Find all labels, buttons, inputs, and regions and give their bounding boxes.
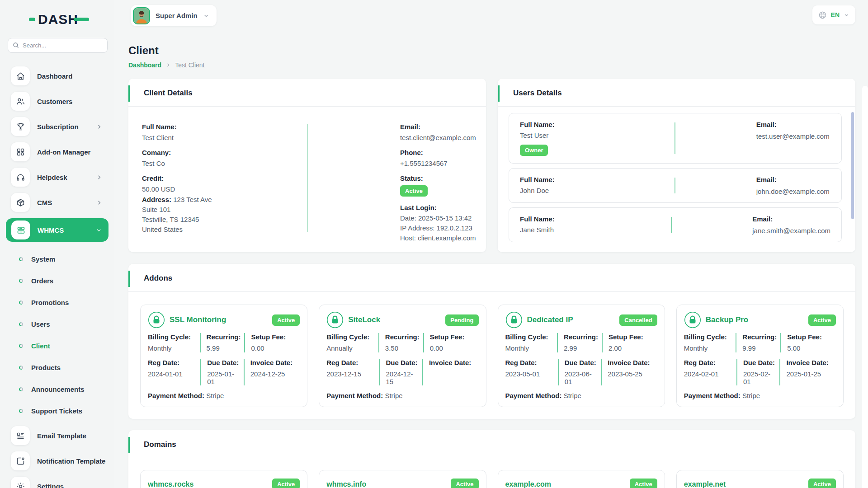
field-label: Due Date: xyxy=(743,359,776,366)
sidebar-item-products[interactable]: Products xyxy=(0,357,114,378)
payment-method: Payment Method: Stripe xyxy=(148,392,300,399)
lock-icon xyxy=(684,311,701,328)
lock-icon xyxy=(148,311,165,328)
page-scrollbar[interactable] xyxy=(862,86,868,488)
addon-name[interactable]: Backup Pro xyxy=(706,315,804,324)
sidebar-search xyxy=(8,38,108,53)
field-label: Payment Method: xyxy=(505,392,562,399)
addon-name[interactable]: SSL Monitoring xyxy=(170,315,268,324)
main-content: Client Dashboard Test Client Client Deta… xyxy=(128,0,855,488)
users-list: Full Name: Test User Owner Email: test.u… xyxy=(498,107,855,249)
sidebar-item-email-template[interactable]: Email Template xyxy=(5,426,114,445)
sidebar: DASH Dashboard Customers Subscription Ad… xyxy=(0,0,114,488)
domain-card-whmcs-info: whmcs.info Active xyxy=(319,470,486,488)
status-badge: Cancelled xyxy=(619,314,657,326)
sidebar-item-system[interactable]: System xyxy=(0,248,114,270)
sidebar-item-dashboard[interactable]: Dashboard xyxy=(5,66,114,85)
field-value: Monthly xyxy=(684,344,732,352)
email-template-icon xyxy=(11,426,30,445)
field-label: Payment Method: xyxy=(684,392,741,399)
domains-card: Domains whmcs.rocks Active whmcs.info Ac… xyxy=(128,430,855,488)
whmcs-icon xyxy=(11,221,30,239)
field-value: 2024-12-15 xyxy=(386,370,418,385)
addon-name[interactable]: SiteLock xyxy=(348,315,441,324)
user-row: Full Name: Jane Smith Email: jane.smith@… xyxy=(509,207,842,242)
bullet-icon xyxy=(19,278,24,283)
field-value: 2.99 xyxy=(564,344,598,352)
field-label: Full Name: xyxy=(142,123,307,131)
field-value: 2025-02-01 xyxy=(743,370,776,385)
sidebar-item-subscription[interactable]: Subscription xyxy=(5,117,114,136)
sidebar-item-settings[interactable]: Settings xyxy=(5,477,114,488)
search-input[interactable] xyxy=(8,38,108,53)
sidebar-item-announcements[interactable]: Announcements xyxy=(0,378,114,400)
bullet-icon xyxy=(19,343,24,348)
sidebar-item-orders[interactable]: Orders xyxy=(0,270,114,291)
sidebar-item-label: CMS xyxy=(37,199,52,206)
status-badge: Pending xyxy=(445,314,478,326)
field-label: Payment Method: xyxy=(326,392,383,399)
field-value: John Doe xyxy=(520,187,675,194)
search-icon xyxy=(12,42,19,49)
field-label: Payment Method: xyxy=(148,392,204,399)
breadcrumb-separator-icon xyxy=(165,62,171,68)
sidebar-item-notification-template[interactable]: Notification Template xyxy=(5,451,114,470)
field-value: Stripe xyxy=(742,392,760,399)
sidebar-item-support-tickets[interactable]: Support Tickets xyxy=(0,400,114,422)
field-label: Billing Cycle: xyxy=(326,333,375,341)
accent-bar xyxy=(128,85,130,102)
field-value: 2023-05-25 xyxy=(608,370,654,378)
addon-name[interactable]: Dedicated IP xyxy=(527,315,615,324)
field-label: Email: xyxy=(400,123,476,131)
breadcrumb-current: Test Client xyxy=(175,61,204,69)
bullet-icon xyxy=(19,256,24,262)
card-title: Client Details xyxy=(144,89,193,97)
logo[interactable]: DASH xyxy=(29,12,114,27)
domain-name[interactable]: example.com xyxy=(505,480,551,488)
sidebar-item-helpdesk[interactable]: Helpdesk xyxy=(5,168,114,187)
field-value: Monthly xyxy=(505,344,554,352)
users-scrollbar[interactable] xyxy=(851,112,854,219)
bullet-icon xyxy=(19,365,24,370)
domain-name[interactable]: whmcs.rocks xyxy=(148,480,193,488)
sidebar-item-addon-manager[interactable]: Add-on Manager xyxy=(5,142,114,161)
domain-name[interactable]: example.net xyxy=(684,480,726,488)
payment-method: Payment Method: Stripe xyxy=(326,392,478,399)
field-value: test.client@example.com xyxy=(400,134,476,141)
chevron-right-icon xyxy=(96,174,103,181)
sidebar-item-promotions[interactable]: Promotions xyxy=(0,291,114,313)
customers-icon xyxy=(11,92,30,111)
field-value: 50.00 USD xyxy=(142,185,307,193)
field-label: Status: xyxy=(400,174,476,182)
subscription-icon xyxy=(11,117,30,136)
bullet-icon xyxy=(19,300,24,305)
accent-bar xyxy=(128,271,130,287)
addons-grid: SSL Monitoring Active Billing Cycle:Mont… xyxy=(128,292,855,419)
sidebar-item-label: WHMCS xyxy=(38,226,64,234)
field-value: test.user@example.com xyxy=(756,132,830,140)
sidebar-item-label: Orders xyxy=(31,277,53,285)
field-value: 5.00 xyxy=(787,344,832,352)
sidebar-item-whmcs[interactable]: WHMCS xyxy=(6,218,108,242)
address-line: Testville, TS 12345 xyxy=(142,215,307,225)
field-label: Phone: xyxy=(400,149,476,156)
field-value: Monthly xyxy=(148,344,196,352)
logo-dot-icon xyxy=(29,18,35,21)
payment-method: Payment Method: Stripe xyxy=(684,392,836,399)
field-label: Full Name: xyxy=(520,176,675,183)
sidebar-item-customers[interactable]: Customers xyxy=(5,92,114,111)
addons-header: Addons xyxy=(128,264,855,292)
breadcrumb: Dashboard Test Client xyxy=(128,61,855,69)
breadcrumb-dashboard-link[interactable]: Dashboard xyxy=(128,61,161,69)
sidebar-item-label: Notification Template xyxy=(37,457,105,465)
user-row: Full Name: John Doe Email: john.doe@exam… xyxy=(509,168,842,203)
sidebar-item-client[interactable]: Client xyxy=(0,335,114,357)
sidebar-item-users[interactable]: Users xyxy=(0,313,114,335)
sidebar-item-cms[interactable]: CMS xyxy=(5,193,114,212)
field-value: 2024-01-01 xyxy=(148,370,197,378)
field-value: 2023-05-01 xyxy=(505,370,554,378)
field-value: Test Client xyxy=(142,134,307,141)
page-title: Client xyxy=(128,44,855,57)
domain-name[interactable]: whmcs.info xyxy=(326,480,366,488)
sidebar-item-label: Client xyxy=(31,342,50,350)
